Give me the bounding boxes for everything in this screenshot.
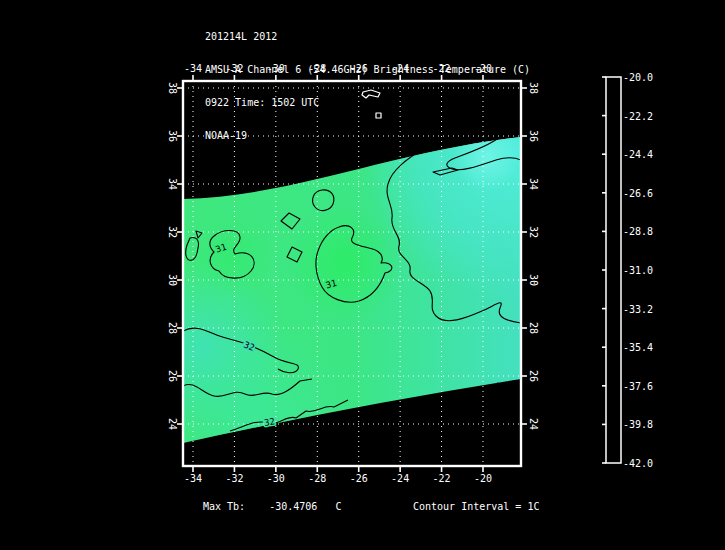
y-tick-label-right: 30 [528, 274, 539, 286]
colorbar-tick-label: -31.0 [623, 265, 653, 276]
x-tick-label-bottom: -24 [391, 473, 409, 484]
x-tick-label-bottom: -26 [350, 473, 368, 484]
colorbar-tick-label: -26.6 [623, 188, 653, 199]
colorbar-tick-label: -20.0 [623, 72, 653, 83]
colorbar-gradient-bar [606, 77, 621, 463]
colorbar-tick-label: -33.2 [623, 304, 653, 315]
y-tick-label-left: 30 [167, 274, 178, 286]
colorbar-tick-label: -24.4 [623, 149, 653, 160]
satellite-swath [183, 137, 521, 443]
x-tick-label-bottom: -20 [474, 473, 492, 484]
x-tick-label-top: -34 [184, 63, 202, 74]
x-tick-label-bottom: -32 [225, 473, 243, 484]
title-line-channel: AMSU-A Channel 6 (54.46GHz) Brightness T… [205, 64, 530, 75]
colorbar-tick-label: -37.6 [623, 381, 653, 392]
y-tick-label-left: 36 [167, 130, 178, 142]
y-tick-label-right: 26 [528, 370, 539, 382]
contour-interval-readout: Contour Interval = 1C [413, 501, 539, 512]
title-block: 201214L 2012 AMSU-A Channel 6 (54.46GHz)… [205, 9, 530, 163]
contour-label: 32 [263, 416, 275, 428]
y-tick-label-left: 32 [167, 226, 178, 238]
y-tick-label-left: 26 [167, 370, 178, 382]
y-tick-label-right: 34 [528, 178, 539, 190]
x-tick-label-bottom: -28 [308, 473, 326, 484]
max-tb-readout: Max Tb: -30.4706 C [203, 501, 341, 512]
colorbar-tick-label: -39.8 [623, 419, 653, 430]
y-tick-label-left: 28 [167, 322, 178, 334]
colorbar-tick-label: -42.0 [623, 458, 653, 469]
x-tick-label-bottom: -22 [433, 473, 451, 484]
colorbar-tick-label: -35.4 [623, 342, 653, 353]
title-line-time: 0922 Time: 1502 UTC [205, 97, 530, 108]
x-tick-label-bottom: -30 [267, 473, 285, 484]
y-tick-label-left: 34 [167, 178, 178, 190]
title-line-date: 201214L 2012 [205, 31, 530, 42]
y-tick-label-left: 38 [167, 82, 178, 94]
y-tick-label-right: 24 [528, 418, 539, 430]
colorbar-tick-label: -22.2 [623, 111, 653, 122]
screen: 31313232 -34-34-32-32-30-30-28-28-26-26-… [0, 0, 725, 550]
swath-fill-layer [183, 137, 521, 443]
contour-line [489, 383, 501, 389]
y-tick-label-left: 24 [167, 418, 178, 430]
y-tick-label-right: 28 [528, 322, 539, 334]
title-line-satellite: NOAA-19 [205, 130, 530, 141]
colorbar-tick-label: -28.8 [623, 226, 653, 237]
x-tick-label-bottom: -34 [184, 473, 202, 484]
colorbar: -20.0-22.2-24.4-26.6-28.8-31.0-33.2-35.4… [602, 72, 653, 469]
y-tick-label-right: 32 [528, 226, 539, 238]
